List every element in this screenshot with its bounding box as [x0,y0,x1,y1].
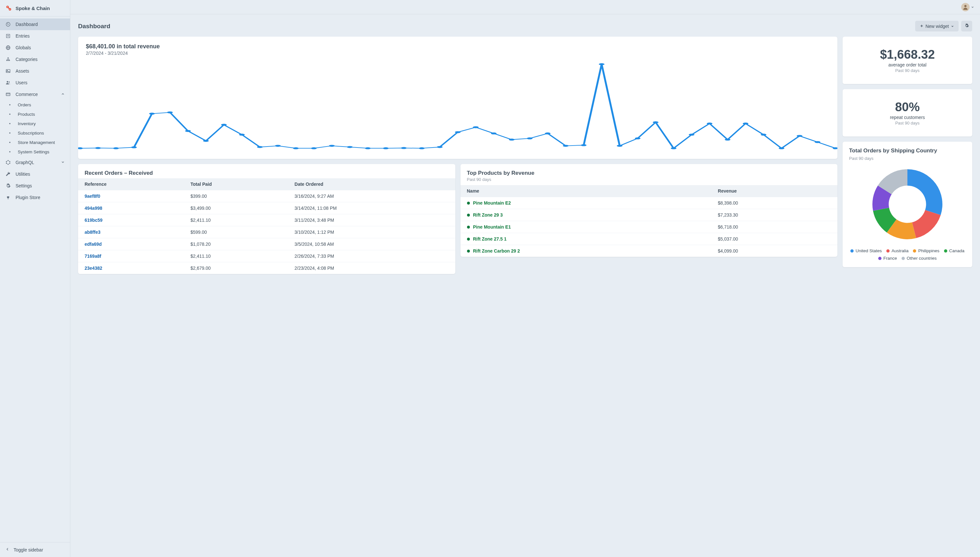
svg-point-25 [10,161,10,162]
sidebar-subitem-store-management[interactable]: Store Management [0,138,70,147]
sidebar-subitem-label: System Settings [18,150,50,154]
svg-point-28 [6,163,7,164]
user-menu-caret-icon[interactable] [971,5,974,10]
sidebar-item-label: Commerce [16,92,56,97]
sidebar-subitem-orders[interactable]: Orders [0,100,70,109]
product-revenue: $7,233.30 [711,209,837,221]
sidebar-item-assets[interactable]: Assets [0,65,70,77]
sidebar-item-commerce[interactable]: Commerce [0,88,70,100]
product-link[interactable]: Rift Zone 29 3 [473,212,503,218]
svg-point-66 [671,147,677,149]
top-products-sub: Past 90 days [460,177,838,185]
recent-orders-card: Recent Orders – Received ReferenceTotal … [78,164,455,274]
new-widget-button[interactable]: New widget [915,21,959,31]
sidebar-subitem-products[interactable]: Products [0,109,70,119]
svg-point-52 [419,147,425,149]
dashboard-settings-button[interactable] [961,21,972,31]
product-link[interactable]: Pine Mountain E1 [473,224,511,230]
sidebar-item-entries[interactable]: Entries [0,30,70,42]
svg-point-24 [8,160,8,161]
sidebar-item-label: Plugin Store [16,195,65,200]
country-legend: United StatesAustraliaPhilippinesCanadaF… [843,246,972,267]
order-date: 3/5/2024, 10:58 AM [288,238,455,250]
gauge-icon [5,21,11,27]
svg-point-16 [9,60,10,61]
legend-label: United States [856,248,882,253]
table-row: Rift Zone 27.5 1$5,037.00 [460,233,838,245]
order-total: $599.00 [184,226,288,238]
svg-point-47 [329,145,335,147]
sidebar-subitem-system-settings[interactable]: System Settings [0,147,70,156]
order-reference-link[interactable]: edfa69d [85,241,102,247]
legend-item: Australia [886,248,909,253]
sidebar-item-categories[interactable]: Categories [0,54,70,65]
sidebar-item-settings[interactable]: Settings [0,180,70,192]
table-row: 7169a8f$2,411.102/26/2024, 7:33 PM [78,250,455,262]
sidebar-header: Spoke & Chain [0,0,70,16]
sidebar-item-dashboard[interactable]: Dashboard [0,18,70,30]
order-reference-link[interactable]: 23e4382 [85,265,102,271]
revenue-chart [78,59,837,159]
order-date: 3/11/2024, 3:48 PM [288,214,455,226]
globe-icon [5,45,11,50]
legend-label: Canada [949,248,964,253]
order-reference-link[interactable]: 7169a8f [85,254,101,259]
top-products-card: Top Products by Revenue Past 90 days Nam… [460,164,838,257]
legend-swatch-icon [913,249,916,252]
user-avatar[interactable] [961,3,970,11]
page-header: Dashboard New widget [78,21,972,31]
revenue-card: $68,401.00 in total revenue 2/7/2024 - 3… [78,37,837,159]
order-total: $2,411.10 [184,214,288,226]
sidebar-item-globals[interactable]: Globals [0,42,70,54]
header-actions: New widget [915,21,972,31]
legend-swatch-icon [944,249,947,252]
table-header: Date Ordered [288,178,455,190]
svg-point-56 [491,133,497,135]
sidebar-subitem-inventory[interactable]: Inventory [0,119,70,129]
product-link[interactable]: Rift Zone 27.5 1 [473,236,507,241]
toggle-sidebar[interactable]: Toggle sidebar [0,542,70,557]
topbar [70,0,980,14]
order-date: 2/23/2024, 4:08 PM [288,262,455,274]
sidebar-item-label: Users [16,80,65,85]
sidebar-item-graphql[interactable]: GraphQL [0,156,70,168]
order-reference-link[interactable]: 494a998 [85,205,102,211]
sidebar-subitem-subscriptions[interactable]: Subscriptions [0,129,70,138]
svg-point-35 [113,147,119,149]
svg-point-43 [257,146,263,148]
table-header: Revenue [711,185,837,197]
svg-point-73 [796,135,803,137]
chevron-up-icon [61,92,65,97]
order-reference-link[interactable]: ab8ffe3 [85,230,101,235]
legend-label: Philippines [918,248,939,253]
avg-order-label: average order total [849,62,966,67]
svg-point-60 [563,145,569,147]
order-reference-link[interactable]: 9aef8f0 [85,194,100,199]
sidebar-item-label: Utilities [16,171,65,177]
svg-point-64 [635,137,641,139]
sidebar-item-plugin-store[interactable]: Plugin Store [0,192,70,203]
svg-point-49 [365,147,371,149]
sidebar-item-utilities[interactable]: Utilities [0,168,70,180]
gear-icon [5,183,11,189]
product-link[interactable]: Rift Zone Carbon 29 2 [473,248,520,254]
table-header: Total Paid [184,178,288,190]
product-link[interactable]: Pine Mountain E2 [473,200,511,205]
revenue-range: 2/7/2024 - 3/21/2024 [86,50,830,56]
svg-point-44 [275,145,281,147]
sidebar-item-label: Settings [16,183,65,188]
svg-point-37 [149,113,155,115]
sidebar-item-users[interactable]: Users [0,77,70,88]
svg-point-72 [779,147,785,149]
sidebar-subitem-label: Subscriptions [18,131,44,135]
wrench-icon [5,171,11,177]
order-reference-link[interactable]: 619bc59 [85,218,102,223]
sidebar-item-label: Assets [16,68,65,73]
svg-point-70 [743,122,749,124]
svg-point-67 [689,134,694,135]
svg-point-34 [95,147,101,149]
country-sub: Past 90 days [843,156,972,164]
svg-point-69 [725,139,730,141]
legend-item: Other countries [902,256,936,261]
svg-point-30 [964,5,967,7]
